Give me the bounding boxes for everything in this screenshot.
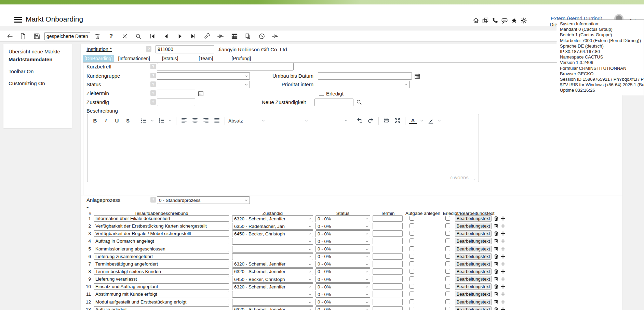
task-zustaendig-select[interactable] [232,238,313,245]
sidebar-item[interactable]: Marktstammdaten [9,55,72,63]
align-center-button[interactable] [191,117,199,125]
task-erledigt-checkbox[interactable] [445,292,450,296]
task-zustaendig-select[interactable]: 6320 - Schemel, Jennifer [232,215,313,222]
bearbeitungstext-button[interactable]: Bearbeitungstext [455,261,492,267]
task-aufgabe-anlegen-checkbox[interactable] [410,216,414,221]
zustaendig-input[interactable] [157,99,195,106]
first-record-icon[interactable] [149,33,156,40]
task-status-select[interactable]: 0 - 0% [316,238,370,245]
print-icon[interactable] [382,117,390,125]
task-zustaendig-select[interactable]: 6350 - Rademacher, Jan [232,223,313,230]
phone-icon[interactable] [491,17,499,24]
bearbeitungstext-button[interactable]: Bearbeitungstext [455,276,492,282]
bearbeitungstext-button[interactable]: Bearbeitungstext [455,215,492,222]
bearbeitungstext-button[interactable]: Bearbeitungstext [455,238,492,244]
add-row-icon[interactable] [500,216,506,221]
kundengruppe-select[interactable] [157,72,250,80]
text-color-button[interactable]: A [409,117,417,124]
undo-icon[interactable] [355,117,364,125]
task-description-input[interactable] [94,291,229,297]
save-icon[interactable] [33,33,41,40]
task-description-input[interactable] [94,223,229,229]
add-row-icon[interactable] [500,307,506,310]
rich-text-body[interactable] [88,127,479,175]
paragraph-format-select[interactable]: Absatz [228,116,265,125]
task-termin-input[interactable] [373,246,403,252]
task-termin-input[interactable] [373,291,403,297]
task-erledigt-checkbox[interactable] [445,284,450,289]
task-aufgabe-anlegen-checkbox[interactable] [410,299,414,304]
task-erledigt-checkbox[interactable] [445,261,450,266]
kurzbetreff-input[interactable] [157,63,294,70]
institution-help-icon[interactable]: ? [146,46,151,52]
delete-row-icon[interactable] [493,216,499,221]
task-termin-input[interactable] [373,306,403,310]
bearbeitungstext-button[interactable]: Bearbeitungstext [455,268,492,275]
bearbeitungstext-button[interactable]: Bearbeitungstext [455,306,492,310]
neue-zustaendigkeit-search-icon[interactable] [356,99,362,105]
help-icon[interactable]: ? [107,33,115,40]
task-description-input[interactable] [94,276,229,282]
task-erledigt-checkbox[interactable] [445,269,450,274]
new-window-icon[interactable] [482,17,489,24]
erledigt-checkbox[interactable] [319,91,324,96]
tab-status[interactable]: [Status] [161,55,179,62]
bearbeitungstext-button[interactable]: Bearbeitungstext [455,223,492,229]
add-row-icon[interactable] [500,223,506,229]
umbau-calendar-icon[interactable] [414,73,420,79]
delete-row-icon[interactable] [493,254,499,259]
task-description-input[interactable] [94,238,229,244]
new-record-icon[interactable] [19,33,27,40]
highlight-color-chevron-icon[interactable] [438,117,442,125]
font-family-select[interactable] [268,116,308,125]
task-termin-input[interactable] [373,268,403,275]
task-termin-input[interactable] [373,215,403,222]
align-left-button[interactable] [180,117,188,125]
task-status-select[interactable]: 0 - 0% [316,246,370,253]
history-icon[interactable] [258,33,266,40]
delete-row-icon[interactable] [493,299,499,305]
task-termin-input[interactable] [373,299,403,305]
task-description-input[interactable] [94,246,229,252]
task-zustaendig-select[interactable]: 6450 - Becker, Christoph [232,276,313,283]
settings-icon[interactable] [520,17,527,24]
kurzbetreff-help-icon[interactable]: ? [150,64,156,69]
export-icon[interactable] [244,33,252,40]
task-description-input[interactable] [94,283,229,290]
task-zustaendig-select[interactable]: 6320 - Schemel, Jennifer [232,306,313,310]
add-row-icon[interactable] [500,231,506,236]
task-erledigt-checkbox[interactable] [445,254,450,259]
task-zustaendig-select[interactable]: 6450 - Becker, Christoph [232,230,313,237]
highlight-color-button[interactable] [427,117,435,125]
tab-onboarding[interactable]: [OnBoarding] [83,55,114,62]
next-record-icon[interactable] [176,33,184,40]
task-status-select[interactable]: 0 - 0% [316,253,370,260]
task-aufgabe-anlegen-checkbox[interactable] [410,246,414,251]
strikethrough-button[interactable]: S [124,117,132,125]
bullet-list-button[interactable] [139,117,148,125]
task-aufgabe-anlegen-checkbox[interactable] [410,269,414,274]
status-help-icon[interactable]: ? [150,81,156,87]
tab-informationen[interactable]: [Informationen] [117,55,151,62]
task-erledigt-checkbox[interactable] [445,307,450,310]
anlageprozess-select[interactable]: 0 - Standardprozess [157,196,250,204]
bearbeitungstext-button[interactable]: Bearbeitungstext [455,283,492,290]
task-status-select[interactable]: 0 - 0% [316,276,370,283]
task-aufgabe-anlegen-checkbox[interactable] [410,261,414,266]
task-status-select[interactable]: 0 - 0% [316,306,370,310]
task-termin-input[interactable] [373,230,403,237]
add-row-icon[interactable] [500,291,506,297]
sidebar-item[interactable]: Übersicht neue Märkte [9,48,72,55]
delete-row-icon[interactable] [493,238,499,244]
bullet-list-chevron-icon[interactable] [150,117,155,125]
collapse-toggle[interactable]: - [86,205,89,209]
task-zustaendig-select[interactable] [232,246,313,253]
zieltermin-calendar-icon[interactable] [198,90,204,97]
task-zustaendig-select[interactable] [232,299,313,306]
last-record-icon[interactable] [189,33,197,40]
bearbeitungstext-button[interactable]: Bearbeitungstext [455,230,492,237]
editor-resize-handle[interactable] [471,176,476,180]
text-color-chevron-icon[interactable] [420,117,424,125]
task-description-input[interactable] [94,261,229,267]
institution-label[interactable]: Institution * [86,46,112,52]
